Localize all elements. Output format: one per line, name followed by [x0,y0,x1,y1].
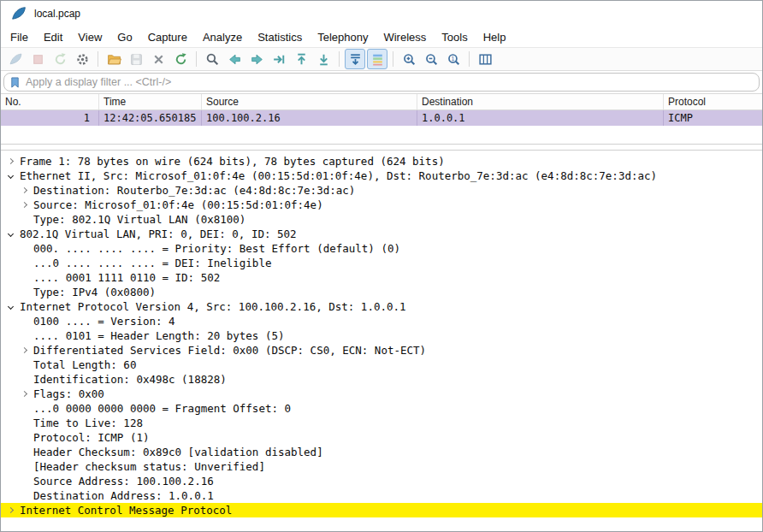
detail-line[interactable]: 802.1Q Virtual LAN, PRI: 0, DEI: 0, ID: … [1,227,762,241]
detail-line[interactable]: Time to Live: 128 [1,416,762,430]
toolbar-separator [196,51,197,67]
detail-line[interactable]: ...0 .... .... .... = DEI: Ineligible [1,256,762,270]
detail-text: .... 0101 = Header Length: 20 bytes (5) [33,328,285,343]
menu-wireless[interactable]: Wireless [376,28,434,46]
go-back-button[interactable] [224,49,245,69]
save-file-button[interactable] [126,49,146,69]
expand-chevron-icon[interactable] [20,392,33,396]
menu-help[interactable]: Help [476,28,514,46]
detail-line[interactable]: Differentiated Services Field: 0x00 (DSC… [1,343,762,358]
detail-line[interactable]: Type: IPv4 (0x0800) [1,285,762,299]
detail-line[interactable]: [Header checksum status: Unverified] [1,459,762,474]
packet-cell-source: 100.100.2.16 [202,110,417,126]
zoom-out-button[interactable] [421,49,441,69]
display-filter-box[interactable] [3,73,760,92]
detail-text: Differentiated Services Field: 0x00 (DSC… [33,343,426,358]
menu-capture[interactable]: Capture [140,28,195,46]
start-capture-button[interactable] [5,49,26,69]
menu-view[interactable]: View [70,28,109,46]
go-to-packet-icon [272,52,287,67]
first-packet-button[interactable] [291,49,311,69]
detail-line[interactable]: Source Address: 100.100.2.16 [1,474,762,488]
column-header-time[interactable]: Time [99,94,202,109]
last-packet-button[interactable] [313,49,334,69]
detail-line[interactable]: Internet Control Message Protocol [1,503,762,517]
auto-scroll-button[interactable] [345,49,365,69]
open-file-icon [107,52,121,67]
zoom-original-icon: 1 [447,52,461,67]
first-packet-icon [294,52,309,67]
detail-line[interactable]: Internet Protocol Version 4, Src: 100.10… [1,299,762,314]
resize-columns-button[interactable] [475,49,495,69]
expand-chevron-icon[interactable] [6,174,20,178]
packet-list-empty-area[interactable] [1,126,762,144]
detail-line[interactable]: Destination Address: 1.0.0.1 [1,488,762,503]
detail-text: Type: IPv4 (0x0800) [33,285,156,299]
open-file-button[interactable] [104,49,124,69]
detail-line[interactable]: Destination: Routerbo_7e:3d:ac (e4:8d:8c… [1,183,762,198]
detail-text: .... 0001 1111 0110 = ID: 502 [33,270,220,285]
go-forward-button[interactable] [246,49,267,69]
go-back-icon [228,52,242,67]
menu-file[interactable]: File [3,28,36,46]
column-header-source[interactable]: Source [202,94,417,109]
menu-tools[interactable]: Tools [434,28,475,46]
reload-file-icon [174,52,188,67]
column-header-protocol[interactable]: Protocol [664,94,762,109]
column-header-destination[interactable]: Destination [417,94,664,109]
filter-bookmark-icon[interactable] [9,76,21,89]
detail-line[interactable]: Frame 1: 78 bytes on wire (624 bits), 78… [1,154,762,168]
wireshark-window: local.pcap FileEditViewGoCaptureAnalyzeS… [0,0,763,532]
detail-line[interactable]: .... 0001 1111 0110 = ID: 502 [1,270,762,285]
detail-line[interactable]: .... 0101 = Header Length: 20 bytes (5) [1,328,762,343]
start-capture-icon [9,52,23,67]
zoom-original-button[interactable]: 1 [443,49,464,69]
menu-telephony[interactable]: Telephony [310,28,376,46]
detail-line[interactable]: Flags: 0x00 [1,387,762,401]
zoom-out-icon [424,52,439,67]
restart-capture-button[interactable] [50,49,70,69]
detail-line[interactable]: Ethernet II, Src: Microsof_01:0f:4e (00:… [1,168,762,183]
menu-statistics[interactable]: Statistics [250,28,310,46]
expand-chevron-icon[interactable] [20,188,33,192]
capture-options-button[interactable] [72,49,92,69]
packet-list-header: No.TimeSourceDestinationProtocol [1,94,762,110]
packet-row[interactable]: 112:42:05.650185100.100.2.161.0.0.1ICMP [1,110,762,126]
detail-line[interactable]: Type: 802.1Q Virtual LAN (0x8100) [1,212,762,227]
expand-chevron-icon[interactable] [20,348,33,352]
detail-text: Ethernet II, Src: Microsof_01:0f:4e (00:… [20,168,657,183]
expand-chevron-icon[interactable] [20,203,33,207]
menu-go[interactable]: Go [109,28,139,46]
find-packet-button[interactable] [202,49,222,69]
main-toolbar: 1 [1,47,762,71]
detail-text: Identification: 0x498c (18828) [33,372,227,387]
expand-chevron-icon[interactable] [6,232,20,236]
stop-capture-button[interactable] [27,49,48,69]
detail-line[interactable]: Identification: 0x498c (18828) [1,372,762,387]
go-to-packet-button[interactable] [269,49,289,69]
detail-line[interactable]: Total Length: 60 [1,358,762,372]
expand-chevron-icon[interactable] [6,159,20,163]
zoom-in-icon [402,52,417,67]
detail-text: Destination: Routerbo_7e:3d:ac (e4:8d:8c… [33,183,355,198]
detail-text: Internet Protocol Version 4, Src: 100.10… [20,299,406,314]
zoom-in-button[interactable] [399,49,419,69]
menu-edit[interactable]: Edit [36,28,70,46]
packet-list-rows: 112:42:05.650185100.100.2.161.0.0.1ICMP [1,110,762,126]
detail-line[interactable]: Protocol: ICMP (1) [1,430,762,445]
display-filter-input[interactable] [26,76,754,88]
detail-line[interactable]: Source: Microsof_01:0f:4e (00:15:5d:01:0… [1,198,762,212]
go-forward-icon [250,52,264,67]
column-header-no[interactable]: No. [1,94,99,109]
restart-capture-icon [53,52,68,67]
close-file-button[interactable] [148,49,169,69]
detail-line[interactable]: 000. .... .... .... = Priority: Best Eff… [1,241,762,256]
colorize-button[interactable] [367,49,387,69]
detail-line[interactable]: Header Checksum: 0x89c0 [validation disa… [1,445,762,459]
detail-line[interactable]: 0100 .... = Version: 4 [1,314,762,328]
reload-file-button[interactable] [170,49,191,69]
expand-chevron-icon[interactable] [6,508,20,512]
menu-analyze[interactable]: Analyze [195,28,250,46]
expand-chevron-icon[interactable] [6,304,20,309]
detail-line[interactable]: ...0 0000 0000 0000 = Fragment Offset: 0 [1,401,762,416]
